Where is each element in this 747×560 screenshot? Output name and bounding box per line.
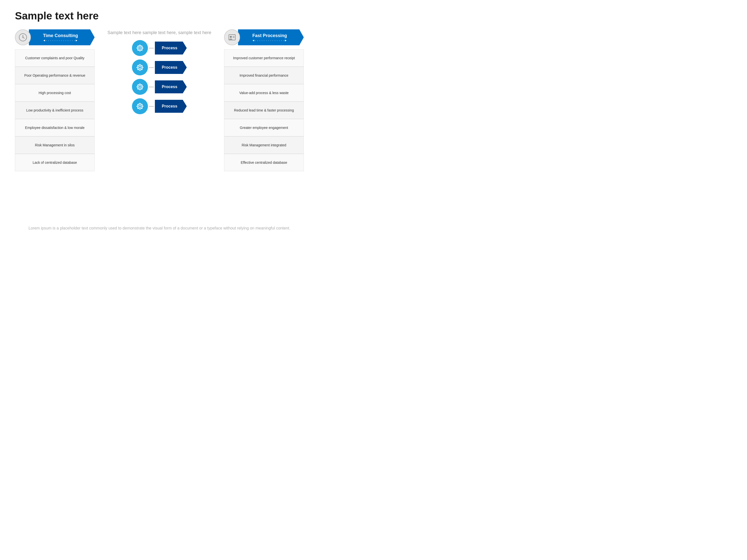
left-list-item: Low productivity & inefficient process <box>15 102 95 119</box>
connector-line <box>149 87 154 87</box>
svg-rect-39 <box>142 106 144 107</box>
right-list-item: Value-add process & less waste <box>224 84 304 102</box>
process-label: Process <box>162 46 177 50</box>
clock-icon-circle <box>15 29 31 45</box>
left-banner-title: Time Consulting <box>43 33 78 38</box>
process-row: Process <box>132 98 187 114</box>
svg-point-25 <box>139 86 141 88</box>
process-row: Process <box>132 59 187 75</box>
svg-rect-17 <box>140 70 140 71</box>
left-list-item: Employee dissatisfaction & low morale <box>15 119 95 136</box>
person-icon <box>228 33 236 42</box>
right-banner-title: Fast Processing <box>252 33 287 38</box>
process-arrow: Process <box>155 80 187 93</box>
right-column: Fast Processing ◄- - - - - - - - - - - -… <box>224 29 304 171</box>
process-row: Process <box>132 79 187 95</box>
right-banner-shape: Fast Processing ◄- - - - - - - - - - - -… <box>238 29 304 45</box>
svg-point-3 <box>22 37 23 38</box>
right-list-item: Improved financial performance <box>224 67 304 84</box>
process-items: Process Process Process <box>97 40 222 114</box>
svg-point-45 <box>230 36 232 38</box>
gear-icon <box>135 63 145 72</box>
svg-rect-46 <box>233 36 235 36</box>
process-label: Process <box>162 65 177 70</box>
right-list-item: Risk Management integrated <box>224 136 304 154</box>
svg-rect-19 <box>142 67 144 68</box>
process-label: Process <box>162 104 177 108</box>
svg-rect-28 <box>136 87 138 87</box>
person-icon-circle <box>224 29 240 45</box>
svg-rect-27 <box>140 89 140 90</box>
svg-rect-7 <box>140 50 140 52</box>
svg-rect-6 <box>140 45 140 46</box>
right-banner-subtitle: ◄- - - - - - - - - - - - - -► <box>252 39 287 42</box>
gear-icon-circle <box>132 40 148 56</box>
left-list-item: Poor Operating performance & revenue <box>15 67 95 84</box>
gear-icon-circle <box>132 79 148 95</box>
gear-icon <box>135 43 145 53</box>
right-list-item: Improved customer performance receipt <box>224 49 304 67</box>
svg-rect-9 <box>142 48 144 49</box>
page: Sample text here Time Consulting ◄- - - … <box>0 0 319 239</box>
right-banner: Fast Processing ◄- - - - - - - - - - - -… <box>224 29 304 45</box>
process-arrow: Process <box>155 100 187 113</box>
footer-text: Lorem ipsum is a placeholder text common… <box>15 225 304 232</box>
process-arrow: Process <box>155 42 187 54</box>
right-list: Improved customer performance receiptImp… <box>224 49 304 171</box>
svg-rect-26 <box>140 83 140 85</box>
svg-point-35 <box>139 105 141 108</box>
gear-icon <box>135 82 145 91</box>
right-list-item: Greater employee engagement <box>224 119 304 136</box>
process-label: Process <box>162 85 177 89</box>
svg-rect-29 <box>142 87 144 87</box>
left-column: Time Consulting ◄- - - - - - - - - - - -… <box>15 29 95 171</box>
left-list-item: Customer complaints and poor Quality <box>15 49 95 67</box>
left-list-item: High processing cost <box>15 84 95 102</box>
clock-icon <box>19 33 27 42</box>
right-list-item: Effective centralized database <box>224 154 304 171</box>
middle-column: Sample text here sample text here, sampl… <box>95 29 224 114</box>
left-banner-subtitle: ◄- - - - - - - - - - - - - -► <box>43 39 78 42</box>
process-row: Process <box>132 40 187 56</box>
svg-point-5 <box>139 47 141 49</box>
left-banner: Time Consulting ◄- - - - - - - - - - - -… <box>15 29 95 45</box>
svg-rect-47 <box>233 37 235 38</box>
connector-line <box>149 106 154 107</box>
connector-line <box>149 48 154 49</box>
svg-rect-16 <box>140 64 140 65</box>
svg-rect-38 <box>136 106 138 107</box>
sample-text: Sample text here sample text here, sampl… <box>105 29 214 36</box>
right-list-item: Reduced lead time & faster processing <box>224 102 304 119</box>
main-content: Time Consulting ◄- - - - - - - - - - - -… <box>15 29 304 219</box>
gear-icon-circle <box>132 98 148 114</box>
svg-rect-8 <box>136 48 138 49</box>
process-arrow: Process <box>155 61 187 74</box>
page-title: Sample text here <box>15 10 304 22</box>
gear-icon-circle <box>132 59 148 75</box>
svg-point-15 <box>139 66 141 69</box>
gear-icon <box>135 102 145 111</box>
left-list: Customer complaints and poor QualityPoor… <box>15 49 95 171</box>
left-banner-shape: Time Consulting ◄- - - - - - - - - - - -… <box>29 29 95 45</box>
connector-line <box>149 67 154 68</box>
svg-rect-18 <box>136 67 138 68</box>
svg-rect-36 <box>140 103 140 104</box>
svg-rect-37 <box>140 108 140 110</box>
left-list-item: Risk Management in silos <box>15 136 95 154</box>
left-list-item: Lack of centralized database <box>15 154 95 171</box>
